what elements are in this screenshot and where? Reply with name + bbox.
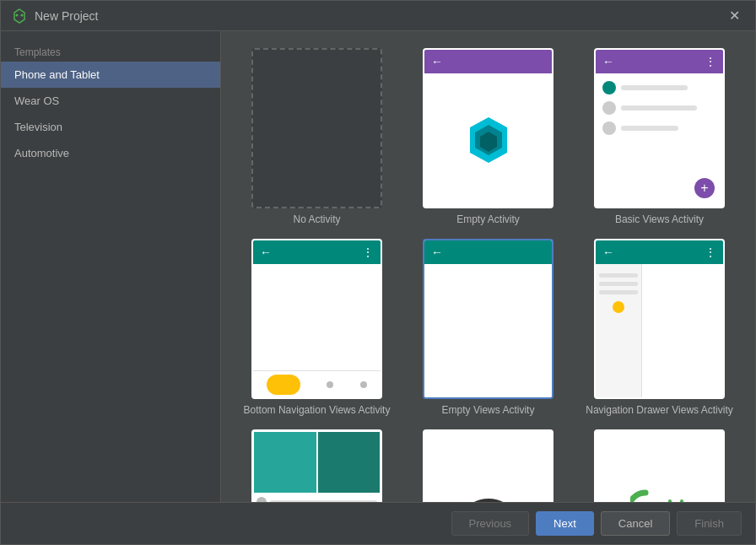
next-button[interactable]: Next [536, 511, 594, 536]
svg-point-1 [16, 13, 19, 16]
drawer-item3 [599, 290, 638, 294]
template-card-nav-drawer[interactable]: ← ⋮ Navigatio [580, 239, 738, 416]
dots-icon: ⋮ [705, 55, 716, 68]
card-preview-nav-drawer: ← ⋮ [594, 239, 725, 399]
template-card-no-activity[interactable]: No Activity [238, 48, 396, 225]
drawer-circle [613, 301, 624, 313]
card-preview-basic-views: ← ⋮ [594, 48, 725, 208]
template-card-basic-views[interactable]: ← ⋮ [580, 48, 738, 225]
dialog-title: New Project [35, 9, 98, 23]
phone-bar-empty-views: ← [424, 240, 552, 264]
svg-point-7 [467, 499, 510, 503]
bottom-nav-bar [253, 370, 381, 397]
template-card-bottom-nav[interactable]: ← ⋮ Bottom Navigation Views Activity [238, 239, 396, 416]
list-circle2 [602, 101, 616, 115]
card-preview-empty-views: ← [423, 239, 554, 399]
template-label-bottom-nav: Bottom Navigation Views Activity [244, 404, 391, 416]
dots-icon2: ⋮ [362, 246, 374, 259]
cpp-icon [630, 484, 689, 502]
nav-active-item [267, 375, 300, 395]
template-card-empty-views[interactable]: ← Empty Views Activity [409, 239, 567, 416]
title-bar: New Project ✕ [1, 1, 755, 31]
android-icon [11, 8, 28, 24]
hex-icon [463, 115, 514, 165]
template-label-no-activity: No Activity [293, 213, 340, 225]
svg-point-2 [21, 13, 24, 16]
main-content: No Activity ← [221, 31, 755, 502]
drawer-main [642, 264, 723, 397]
footer: Previous Next Cancel Finish [1, 502, 755, 544]
phone-bar-basic: ← ⋮ [596, 50, 723, 73]
back-arrow-icon5: ← [602, 246, 614, 259]
drawer-item2 [599, 282, 638, 286]
template-card-game[interactable]: Game Activity [409, 429, 567, 502]
template-label-empty-activity: Empty Activity [456, 213, 520, 225]
svg-marker-0 [14, 9, 24, 23]
back-arrow-icon: ← [431, 55, 443, 68]
content-area: Templates Phone and Tablet Wear OS Telev… [1, 31, 755, 502]
nav-dot2 [360, 381, 367, 388]
cancel-button[interactable]: Cancel [601, 511, 670, 536]
card-preview-cpp [594, 429, 725, 502]
template-label-basic-views: Basic Views Activity [615, 213, 704, 225]
back-arrow-icon2: ← [602, 55, 614, 68]
nav-dot1 [327, 381, 333, 388]
card-preview-empty-activity: ← [423, 48, 554, 208]
sidebar-item-wear-os[interactable]: Wear OS [1, 88, 220, 114]
card-preview-bottom-nav: ← ⋮ [251, 239, 382, 399]
template-card-cpp[interactable]: Native C++ Activity [580, 429, 738, 502]
drawer-item1 [599, 273, 638, 278]
sidebar: Templates Phone and Tablet Wear OS Telev… [1, 31, 221, 502]
drawer-side [596, 264, 642, 397]
sidebar-item-phone-tablet[interactable]: Phone and Tablet [1, 62, 220, 88]
list-circle [602, 81, 616, 94]
list-circle3 [602, 121, 616, 135]
game-controller-icon [463, 491, 514, 503]
template-label-empty-views: Empty Views Activity [442, 404, 535, 416]
card-preview-no-activity [251, 48, 382, 208]
card-preview-game [423, 429, 554, 502]
template-grid: No Activity ← [221, 31, 755, 502]
title-bar-left: New Project [11, 8, 98, 24]
phone-bar-bottom-nav: ← ⋮ [253, 240, 381, 264]
sidebar-item-television[interactable]: Television [1, 114, 220, 140]
template-card-empty-activity[interactable]: ← Em [409, 48, 567, 225]
back-arrow-icon3: ← [260, 246, 272, 259]
phone-bar-empty: ← [424, 50, 552, 73]
sidebar-item-automotive[interactable]: Automotive [1, 140, 220, 166]
phone-bar-nav-drawer: ← ⋮ [596, 240, 723, 264]
sidebar-section-label: Templates [1, 41, 220, 62]
dots-icon3: ⋮ [705, 246, 716, 259]
back-arrow-icon4: ← [431, 246, 443, 259]
new-project-dialog: New Project ✕ Templates Phone and Tablet… [0, 0, 756, 545]
template-card-grid[interactable]: Grid Activity [238, 429, 396, 502]
finish-button[interactable]: Finish [677, 511, 742, 536]
previous-button[interactable]: Previous [451, 511, 530, 536]
template-label-nav-drawer: Navigation Drawer Views Activity [586, 404, 733, 416]
card-preview-grid [251, 429, 382, 502]
fab-button: + [694, 178, 715, 198]
close-button[interactable]: ✕ [724, 6, 745, 25]
